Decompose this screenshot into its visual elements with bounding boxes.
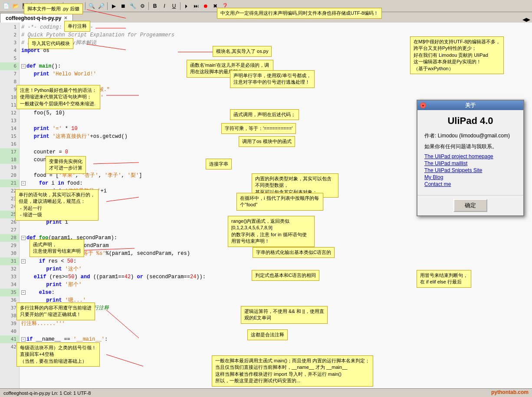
open-file-icon[interactable]: 📂 <box>11 2 20 10</box>
settings-icon[interactable]: ⚙ <box>138 2 147 10</box>
annotation-function-call: 函式调用，声明在后述代码； <box>230 109 299 120</box>
line-num-32: 32 <box>0 265 19 273</box>
line-num-16: 16 <box>0 140 19 148</box>
new-file-icon[interactable]: 📄 <box>2 2 10 10</box>
annotation-string-concat: 连接字串 <box>206 159 232 169</box>
dialog-ok-button[interactable]: 确定 <box>453 199 487 212</box>
status-text: coffeeghost-q-in-py.py Ln: 1 Col: 1 UTF-… <box>3 390 91 396</box>
fold-btn-41[interactable]: − <box>21 337 26 342</box>
annotation-string: 声明单行字串，使用双/单引号都成，注意对字串中的引号进行逃逸处理！ <box>230 70 315 88</box>
underline-icon[interactable]: U <box>170 2 178 10</box>
line-num-5: 5 <box>0 55 19 62</box>
toolbar-separator-5 <box>148 2 149 10</box>
watermark: pythontab.com <box>491 389 529 395</box>
annotation-utf8-editor: 在M$中很好的支持UTF-8的编辑器不多，跨平台又支持Py特性的更少；好在我们有… <box>410 36 504 74</box>
line-num-18: 18 <box>0 156 19 164</box>
line-num-2: 2 <box>0 31 19 39</box>
annotation-legal-comment: 这都是合法注释 <box>247 329 288 340</box>
annotation-variable: 变量得先实例化才可进一步计算 <box>46 156 86 174</box>
line-num-3: 3 <box>0 39 19 47</box>
toolbar-separator-4 <box>107 2 108 10</box>
italic-icon[interactable]: I <box>160 2 169 10</box>
search-icon[interactable]: 🔍 <box>87 2 96 10</box>
line-num-15: 15 <box>0 133 19 140</box>
annotation-encoding: 中文用户一定得先用这行来声明编码,同时文件本身也得存储成UTF-8编码！ <box>217 8 382 19</box>
annotation-no-braces: 每级语法块不用）之类的括号引领！直接回车+4空格（当然，要在当前缩进基础上） <box>16 342 100 367</box>
annotation-main-call: 一般在脚本最后调用主函式 main()；而且使用 内置的运行脚本名来判定；当且仅… <box>212 355 373 387</box>
tab-close-icon[interactable]: ✕ <box>64 16 67 20</box>
dialog-author-label: 作者: <box>424 133 436 139</box>
bold-icon[interactable]: B <box>151 2 159 10</box>
dialog-body: UliPad 4.0 作者: Limodou (limodou@gmail.co… <box>417 110 523 193</box>
tab-navigation: ◀ ▶ <box>522 16 532 23</box>
line-num-27: 27 <box>0 226 19 234</box>
annotation-range: range()内置函式，返回类似[0,1,2,3,4,5,6,7,8,9]的数字… <box>228 216 315 247</box>
replace-icon[interactable]: 🔎 <box>97 2 105 10</box>
code-line-36: print '嗯...' <box>21 296 530 304</box>
fold-btn-35[interactable]: − <box>21 290 26 295</box>
line-num-4: 4 <box>0 47 19 55</box>
line-num-29: 29 <box>0 242 19 250</box>
about-dialog: ● 关于 UliPad 4.0 作者: Limodou (limodou@gma… <box>417 100 524 216</box>
annotation-script-extension: 脚本文件一般用 .py 后缀 <box>24 3 83 14</box>
line-num-31: 31 <box>0 257 19 265</box>
annotation-os-module: 调用了os 模块中的函式 <box>239 136 295 147</box>
line-num-39: 39 <box>0 320 19 328</box>
annotation-loop-var: 在循环中，i 指代了列表中按顺序的每个"food" <box>236 193 323 211</box>
annotation-single-comment: 单行注释 <box>64 21 90 32</box>
dialog-contact-text: 如果你有任何问题请与我联系。 <box>424 143 516 151</box>
line-num-35: 35 <box>0 289 19 296</box>
line-num-17: 17 <box>0 148 19 156</box>
annotation-condition: 判定式也基本和C语言的相同 <box>252 270 319 281</box>
line-num-12: 12 <box>0 109 19 117</box>
annotation-single-block: 单行的语句块，其实可以不换行的，但是，建议清晰起见，规范点： - 另起一行 - … <box>15 189 99 221</box>
annotation-indentation: 注意！Python最好也最个性的语法：使用缩进来代替其它语句块声明；一般建议每个… <box>16 85 100 109</box>
line-num-1: 1 <box>0 23 19 31</box>
line-num-33: 33 <box>0 273 19 281</box>
line-num-30: 30 <box>0 250 19 257</box>
fold-btn-21[interactable]: − <box>21 181 26 185</box>
line-num-13: 13 <box>0 117 19 125</box>
fold-btn-28[interactable]: − <box>21 236 26 240</box>
breakpoint-icon[interactable]: ⏺ <box>201 2 210 10</box>
play-icon[interactable]: ⏵ <box>182 2 191 10</box>
stop-icon[interactable]: ⏹ <box>119 2 128 10</box>
line-num-19: 19 <box>0 164 19 172</box>
status-bar: coffeeghost-q-in-py.py Ln: 1 Col: 1 UTF-… <box>0 388 532 397</box>
toolbar-separator-6 <box>180 2 181 10</box>
annotation-colon-condition: 用冒号来结束判断句，在 if elif else 行最后 <box>417 270 471 288</box>
code-line-31: − if res < 50: <box>21 257 530 265</box>
code-line-35: − else: <box>21 289 530 296</box>
tab-label: coffeeghost-q-in-py.py <box>6 15 61 21</box>
code-line-1: # -*- coding: utf-8 -*- <box>21 23 530 31</box>
line-num-34: 34 <box>0 281 19 289</box>
dialog-link-snippets[interactable]: The UliPad Snippets Site <box>424 167 516 173</box>
step-icon[interactable]: ⏭ <box>192 2 200 10</box>
dialog-link-contact[interactable]: Contact me <box>424 181 516 187</box>
dialog-link-homepage[interactable]: The UliPad project homepage <box>424 153 516 159</box>
annotation-multiline-comment: 多行注释的内容不用遵守当前缩进只要开始的''' 缩进正确就成！ <box>16 303 95 320</box>
tab-prev-icon[interactable]: ◀ <box>522 16 526 23</box>
tab-next-icon[interactable]: ▶ <box>526 16 530 23</box>
line-num-21: 21 <box>0 179 19 187</box>
line-num-7: 7 <box>0 70 19 78</box>
dialog-author-line: 作者: Limodou (limodou@gmail.com) <box>424 132 516 140</box>
annotation-func-decl: 函式声明，注意使用冒号结束声明 <box>30 239 84 257</box>
annotation-format-string: 字串的格式化输出基本类似C语言的 <box>253 247 335 258</box>
line-num-6: 6 <box>0 62 19 70</box>
dialog-titlebar: ● 关于 <box>417 101 523 110</box>
line-num-20: 20 <box>0 172 19 179</box>
fold-btn-31[interactable]: − <box>21 259 26 264</box>
dialog-title: 关于 <box>465 102 476 109</box>
dialog-author-value: Limodou (limodou@gmail.com) <box>438 133 510 139</box>
line-num-14: 14 <box>0 125 19 133</box>
dialog-close-button[interactable]: ● <box>420 102 426 108</box>
dialog-link-maillist[interactable]: The UliPad maillist <box>424 160 516 166</box>
run-icon[interactable]: ▶ <box>109 2 118 10</box>
fold-btn-6[interactable]: − <box>21 64 26 68</box>
dialog-link-blog[interactable]: My Blog <box>424 174 516 180</box>
debug-icon[interactable]: 🔧 <box>128 2 137 10</box>
dialog-app-name: UliPad 4.0 <box>424 115 516 127</box>
toolbar-separator-3 <box>85 2 85 10</box>
annotation-module-name: 模块名,其实导入了 os.py <box>213 46 272 57</box>
